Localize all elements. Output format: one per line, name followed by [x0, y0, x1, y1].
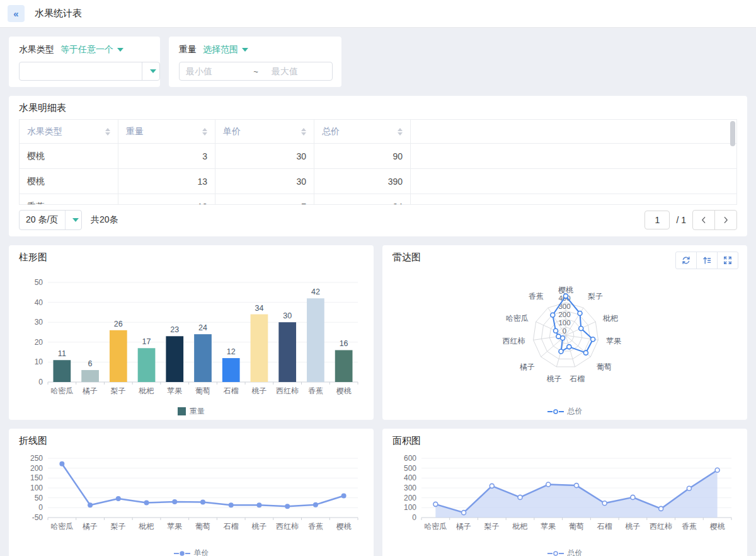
legend-label: 总价 [568, 548, 583, 556]
bar-series[interactable]: 116261723241234304216 [53, 287, 352, 382]
sort-arrows-icon[interactable] [202, 128, 207, 136]
svg-text:葡萄: 葡萄 [195, 386, 210, 395]
page-count: / 1 [676, 215, 686, 225]
page-title: 水果统计表 [35, 8, 82, 20]
operator-text: 选择范围 [203, 44, 238, 55]
empty-column-header [411, 120, 737, 144]
sort-ascending-icon [702, 255, 712, 265]
table-cell: 30 [215, 144, 314, 169]
sort-arrows-icon[interactable] [398, 128, 403, 136]
svg-text:400: 400 [404, 473, 416, 482]
svg-text:34: 34 [255, 304, 264, 313]
chart-legend-line[interactable]: 单价 [19, 548, 364, 556]
svg-text:50: 50 [35, 278, 43, 287]
bar-chart[interactable]: 01020304050哈密瓜橘子梨子枇杷苹果葡萄石榴桃子西红柿香蕉樱桃11626… [19, 267, 364, 403]
chart-legend-radar[interactable]: 总价 [392, 406, 737, 417]
filter-card-weight: 重量 选择范围 ~ [169, 37, 341, 87]
svg-text:42: 42 [311, 287, 320, 296]
charts-grid: 柱形图 01020304050哈密瓜橘子梨子枇杷苹果葡萄石榴桃子西红柿香蕉樱桃1… [9, 245, 747, 556]
svg-text:桃子: 桃子 [547, 374, 562, 383]
page-size-value: 20 条/页 [20, 214, 65, 226]
table-cell: 390 [314, 169, 411, 194]
column-label: 单价 [223, 126, 241, 137]
next-page-button[interactable] [714, 210, 737, 230]
main-content: 水果类型 等于任意一个 重量 选择范围 ~ [0, 28, 756, 556]
svg-text:23: 23 [170, 325, 179, 334]
svg-text:石榴: 石榴 [597, 522, 612, 531]
svg-text:樱桃: 樱桃 [710, 522, 725, 531]
radar-chart-card: 雷达图 [382, 245, 747, 420]
svg-text:200: 200 [404, 494, 416, 502]
area-chart-card: 面积图 0100200300400500600哈密瓜橘子梨子枇杷苹果葡萄石榴桃子… [382, 429, 747, 556]
min-value-input[interactable] [186, 66, 240, 76]
weight-operator-dropdown[interactable]: 选择范围 [203, 44, 248, 55]
prev-page-button[interactable] [692, 210, 715, 230]
svg-text:香蕉: 香蕉 [682, 522, 697, 531]
svg-text:桃子: 桃子 [251, 386, 266, 395]
svg-text:哈密瓜: 哈密瓜 [506, 314, 529, 323]
line-chart-title: 折线图 [19, 435, 364, 447]
svg-text:250: 250 [30, 454, 43, 463]
chart-legend-bar[interactable]: 重量 [19, 406, 364, 417]
collapse-sidebar-button[interactable]: « [8, 5, 25, 22]
svg-text:香蕉: 香蕉 [308, 386, 323, 395]
sort-button[interactable] [696, 252, 718, 269]
sort-arrows-icon[interactable] [301, 128, 306, 136]
caret-down-icon [242, 48, 248, 52]
table-row: 香蕉12784 [20, 194, 737, 206]
svg-text:橘子: 橘子 [83, 522, 98, 531]
area-chart-canvas: 0100200300400500600哈密瓜橘子梨子枇杷苹果葡萄石榴桃子西红柿香… [392, 451, 736, 543]
area-chart[interactable]: 0100200300400500600哈密瓜橘子梨子枇杷苹果葡萄石榴桃子西红柿香… [392, 451, 737, 545]
bar-chart-canvas: 01020304050哈密瓜橘子梨子枇杷苹果葡萄石榴桃子西红柿香蕉樱桃11626… [19, 267, 363, 401]
vertical-scrollbar[interactable] [730, 121, 735, 146]
empty-cell [411, 144, 737, 169]
svg-text:香蕉: 香蕉 [529, 292, 544, 301]
svg-text:30: 30 [283, 311, 292, 320]
line-chart[interactable]: -50050100150200250哈密瓜橘子梨子枇杷苹果葡萄石榴桃子西红柿香蕉… [19, 451, 364, 545]
svg-text:26: 26 [114, 320, 123, 328]
legend-label: 重量 [190, 406, 205, 417]
page-size-select[interactable]: 20 条/页 [19, 210, 82, 230]
svg-text:枇杷: 枇杷 [602, 314, 618, 323]
table-cell: 90 [314, 144, 411, 169]
refresh-button[interactable] [675, 252, 697, 269]
svg-text:哈密瓜: 哈密瓜 [50, 522, 73, 531]
fullscreen-button[interactable] [717, 252, 738, 269]
max-value-input[interactable] [272, 66, 326, 76]
column-header: 单价 [215, 120, 314, 144]
svg-text:100: 100 [558, 319, 570, 327]
svg-text:600: 600 [404, 454, 416, 463]
chart-legend-area[interactable]: 总价 [392, 548, 737, 556]
svg-text:17: 17 [142, 337, 151, 346]
svg-text:0: 0 [38, 503, 43, 512]
chevron-left-icon [699, 216, 708, 224]
axes: -50050100150200250哈密瓜橘子梨子枇杷苹果葡萄石榴桃子西红柿香蕉… [30, 454, 358, 531]
sort-arrows-icon[interactable] [105, 128, 110, 136]
svg-text:橘子: 橘子 [456, 522, 471, 531]
select-arrow[interactable] [142, 62, 159, 80]
radar-chart[interactable]: 樱桃梨子枇杷苹果葡萄石榴桃子橘子西红柿哈密瓜香蕉0100200300400 [392, 267, 737, 403]
svg-text:枇杷: 枇杷 [139, 386, 154, 395]
filter-card-fruit-type: 水果类型 等于任意一个 [9, 37, 160, 87]
column-label: 水果类型 [27, 126, 62, 137]
table-cell: 12 [118, 194, 215, 206]
column-header: 重量 [118, 120, 215, 144]
double-chevron-left-icon: « [13, 8, 18, 19]
svg-text:西红柿: 西红柿 [650, 522, 672, 531]
svg-text:樱桃: 樱桃 [336, 522, 352, 531]
select-arrow[interactable] [65, 211, 81, 229]
caret-down-icon [117, 48, 123, 52]
svg-text:150: 150 [30, 473, 43, 482]
svg-text:苹果: 苹果 [606, 337, 621, 345]
weight-filter-label: 重量 [179, 44, 197, 55]
series[interactable] [433, 468, 719, 518]
fruit-type-operator-dropdown[interactable]: 等于任意一个 [60, 44, 123, 55]
empty-cell [411, 194, 737, 206]
fruit-type-select[interactable] [19, 62, 160, 81]
svg-text:西红柿: 西红柿 [276, 386, 299, 395]
table-cell: 13 [118, 169, 215, 194]
fullscreen-icon [723, 255, 733, 265]
svg-text:300: 300 [404, 484, 416, 492]
legend-label: 总价 [568, 406, 583, 417]
page-number-input[interactable] [644, 211, 670, 229]
